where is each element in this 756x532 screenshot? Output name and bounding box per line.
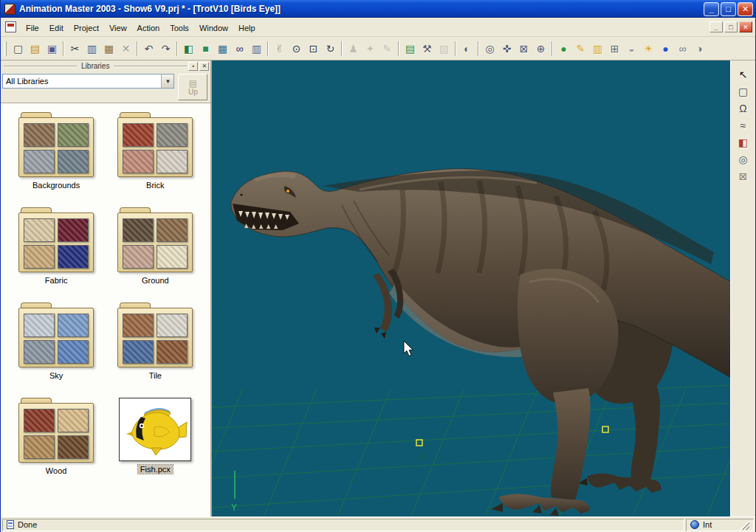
open-icon[interactable]: ▤ [27,41,44,57]
panel-pin-button[interactable]: ▪ [188,62,198,71]
select-arrow-icon[interactable]: ↖ [735,66,752,83]
columns-icon[interactable]: ▥ [589,41,606,57]
dropdown-value: All Libraries [3,77,161,86]
target-icon[interactable]: ◎ [481,41,498,57]
menu-item-help[interactable]: Help [233,21,261,35]
library-folder-ground[interactable]: Ground [106,207,205,285]
library-folder-wood[interactable]: Wood [7,398,106,475]
pencil-yellow-icon[interactable]: ✎ [572,41,589,57]
save-icon[interactable]: ▣ [44,41,61,57]
window-title: Animation Master 2003 - Show6 V9.prj * -… [19,4,704,14]
texture-thumbnail [24,218,55,242]
fish-image [119,398,191,461]
library-import-icon[interactable]: ▤ [402,41,419,57]
shaded-mode-icon[interactable]: ■ [197,41,214,57]
menu-item-file[interactable]: File [21,21,44,35]
viewport-overlay: 20 [212,61,730,517]
delete-icon[interactable]: ✕ [117,41,134,57]
toolbar-grip[interactable] [4,41,7,56]
library-file-fish[interactable]: Fish.pcx [106,398,205,475]
zoom-region-icon[interactable]: ⊡ [305,41,322,57]
texture-thumbnail [24,245,55,269]
mdi-restore-button[interactable]: □ [724,21,738,32]
spline-select-icon[interactable]: ≈ [735,117,752,134]
marquee-icon[interactable]: ▢ [735,83,752,100]
mirror-icon[interactable]: ◑ [691,41,708,57]
menu-item-edit[interactable]: Edit [44,21,69,35]
model-mode-icon[interactable]: ◧ [180,41,197,57]
cut-icon[interactable]: ✂ [66,41,83,57]
menu-item-project[interactable]: Project [69,21,104,35]
tools-icon[interactable]: ⚒ [419,41,436,57]
texture-thumbnail [157,150,188,173]
lamp-icon[interactable]: ☀ [640,41,657,57]
paste-icon[interactable]: ▦ [100,41,117,57]
status-message-cell: Done [2,519,684,531]
world-icon[interactable]: ● [657,41,674,57]
selection-handle[interactable] [602,426,608,432]
menu-item-action[interactable]: Action [132,21,165,35]
texture-thumbnail [123,245,154,269]
texture-thumbnail [58,340,89,364]
library-item-label: Backgrounds [30,181,82,190]
muscle-icon[interactable]: ✦ [362,41,379,57]
selection-handle[interactable] [416,440,422,446]
copy-icon[interactable]: ▥ [83,41,100,57]
library-folder-backgrounds[interactable]: Backgrounds [7,112,106,190]
zoom-icon[interactable]: ⊙ [288,41,305,57]
skeleton-icon[interactable]: ♟ [345,41,362,57]
menu-item-tools[interactable]: Tools [165,21,194,35]
wireframe-mode-icon[interactable]: ▦ [214,41,231,57]
folder-icon [117,112,193,177]
close-button[interactable]: ✕ [738,2,753,16]
library-folder-sky[interactable]: Sky [7,303,106,380]
library-filter-dropdown[interactable]: All Libraries ▼ [2,74,174,89]
rotate-ring-icon[interactable]: ◎ [735,151,752,167]
maximize-button[interactable]: □ [721,2,736,16]
document-icon[interactable] [5,21,16,32]
library-folder-tile[interactable]: Tile [106,303,205,380]
folder-icon [18,207,94,272]
turn-view-icon[interactable]: ↻ [322,41,339,57]
move-icon[interactable]: ✜ [498,41,515,57]
pencil-icon[interactable]: ✎ [379,41,396,57]
lasso-icon[interactable]: Ω [735,100,752,117]
film-icon[interactable]: ▨ [436,41,453,57]
binoculars-icon[interactable]: ∞ [231,41,248,57]
paint-icon[interactable]: ◧ [735,134,752,151]
menu-item-window[interactable]: Window [194,21,233,35]
render-sphere-icon[interactable]: ● [555,41,572,57]
modeling-toolbar: ↖▢Ω≈◧◎⊠ [730,61,755,517]
menu-item-view[interactable]: View [104,21,132,35]
up-button[interactable]: ▤ Up [178,74,207,100]
redo-icon[interactable]: ↷ [157,41,174,57]
status-bar: Done Int [1,517,755,532]
grid-number-label: 20 [419,452,427,460]
minimize-button[interactable]: _ [704,2,719,16]
texture-thumbnail [123,123,154,147]
chevron-down-icon[interactable]: ▼ [161,75,173,88]
status-text: Done [18,520,37,529]
library-item-label: Tile [147,371,164,380]
magnet-icon[interactable]: ◒ [623,41,640,57]
panel-divider [114,66,187,67]
render-icon[interactable]: ◐ [458,41,475,57]
lock-icon[interactable]: ⊠ [735,168,752,184]
library-folder-fabric[interactable]: Fabric [7,207,106,285]
library-folder-brick[interactable]: Brick [106,112,205,190]
resize-grip[interactable] [740,520,749,530]
chart-icon[interactable]: ▥ [248,41,265,57]
scale-icon[interactable]: ⊠ [515,41,532,57]
viewport-canvas[interactable]: Y [212,61,730,517]
grid-snap-icon[interactable]: ⊞ [606,41,623,57]
panel-close-button[interactable]: ✕ [199,62,209,71]
texture-thumbnail [123,150,154,173]
link-icon[interactable]: ∞ [674,41,691,57]
mdi-close-button[interactable]: ✕ [739,21,752,32]
folder-icon [18,112,94,177]
pan-hand-icon[interactable]: ✌ [271,41,288,57]
mdi-minimize-button[interactable]: _ [709,21,723,32]
undo-icon[interactable]: ↶ [140,41,157,57]
new-icon[interactable]: ▢ [10,41,27,57]
globe-grid-icon[interactable]: ⊕ [532,41,549,57]
